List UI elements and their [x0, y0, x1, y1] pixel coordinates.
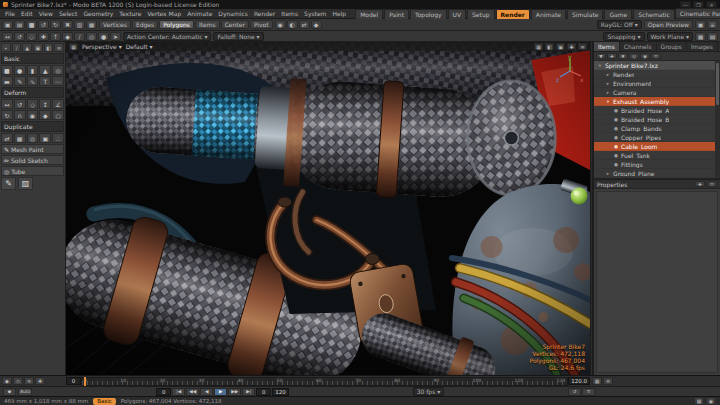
edge-tab-icon[interactable]: /	[12, 43, 22, 52]
viewport-3d-canvas[interactable]	[66, 42, 590, 375]
scale-tool-icon[interactable]: ◇	[26, 32, 37, 41]
close-button[interactable]: ✕	[706, 1, 717, 8]
tree-item[interactable]: ● Clamp_Bands	[594, 124, 715, 133]
sphere-tool-icon[interactable]: ●	[14, 65, 26, 75]
falloff-icon[interactable]: ◐	[287, 20, 298, 29]
expand-icon[interactable]: ●	[613, 108, 619, 113]
fps-combo[interactable]: 30 fps ▾	[413, 387, 445, 396]
range-icon[interactable]: ▦	[592, 377, 602, 385]
more-primitives-icon[interactable]: ⋯	[52, 76, 64, 86]
copy-icon[interactable]: ▥	[74, 20, 85, 29]
memory-status-icon[interactable]: ◉	[706, 397, 716, 405]
tree-item[interactable]: ● Cable_Loom	[594, 142, 715, 151]
tree-item[interactable]: ● Fittings	[594, 160, 715, 169]
layout-tab[interactable]: Simulate	[567, 9, 604, 19]
timeline-ruler[interactable]: 0102030405060708090100110120	[81, 377, 568, 386]
workplane-combo[interactable]: Work Plane ▾	[647, 32, 693, 41]
action-center-combo[interactable]: Action Center: Automatic ▾	[123, 32, 211, 41]
view-mode-combo[interactable]: Perspective ▾	[82, 43, 122, 50]
menu-item[interactable]: Animate	[184, 10, 215, 17]
tree-item[interactable]: ● Copper_Pipes	[594, 133, 715, 142]
active-material-badge[interactable]: Basic	[93, 398, 116, 405]
minimize-button[interactable]: —	[680, 1, 691, 8]
grid-toggle-icon[interactable]: ▦	[695, 32, 706, 41]
viewport-menu-icon[interactable]: ≡	[578, 43, 587, 50]
tree-item[interactable]: ▸ Environment	[594, 79, 715, 88]
range-start-field[interactable]: 0	[66, 377, 81, 385]
cut-icon[interactable]: ✖	[62, 20, 73, 29]
layout-tab[interactable]: Game	[604, 9, 632, 19]
properties-title[interactable]: Properties	[597, 181, 627, 188]
transport-range-start[interactable]: 0	[156, 388, 171, 396]
options-icon[interactable]: ≡	[707, 20, 718, 29]
extrude-tool-icon[interactable]: ↑	[50, 32, 61, 41]
render-camera-icon[interactable]: ▣	[695, 20, 706, 29]
symmetry-icon[interactable]: ⇄	[299, 20, 310, 29]
mesh-paint-button[interactable]: ✎Mesh Paint	[1, 144, 64, 154]
right-panel-tab[interactable]: Channels	[620, 42, 657, 51]
transport-range-end[interactable]: 120	[272, 388, 289, 396]
expand-icon[interactable]: ▸	[605, 90, 611, 95]
selection-mode-button[interactable]: Vertices	[99, 20, 131, 29]
new-scene-icon[interactable]: ▣	[2, 20, 13, 29]
rotate-deform-icon[interactable]: ↺	[14, 99, 26, 109]
array-tool-icon[interactable]: ▦	[14, 133, 26, 143]
layout-tab[interactable]: Topology	[410, 9, 447, 19]
camera-view-icon[interactable]: ▣	[556, 43, 565, 50]
rotate-tool-icon[interactable]: ↺	[14, 32, 25, 41]
material-tab-icon[interactable]: ◧	[44, 43, 54, 52]
go-end-button[interactable]: ▶|	[242, 388, 255, 396]
tree-scrollbar[interactable]	[715, 61, 720, 178]
right-panel-tab[interactable]: Images	[687, 42, 718, 51]
cylinder-tool-icon[interactable]: ▮	[27, 65, 39, 75]
menu-item[interactable]: File	[2, 10, 18, 17]
menu-item[interactable]: Texture	[116, 10, 144, 17]
menu-item[interactable]: Render	[251, 10, 278, 17]
twist-deform-icon[interactable]: ↻	[1, 110, 13, 120]
menu-item[interactable]: Edit	[18, 10, 36, 17]
falloff-combo[interactable]: Falloff: None ▾	[213, 32, 263, 41]
tree-item[interactable]: ▾ Sprinter Bike7.lxz	[594, 61, 715, 70]
center-selected-icon[interactable]: ✚	[567, 43, 576, 50]
timeline-menu-icon[interactable]: ≡	[603, 377, 613, 385]
pen-tool-icon[interactable]: ✎	[14, 76, 26, 86]
search-icon[interactable]: ◎	[629, 53, 639, 59]
selection-mode-button[interactable]: Edges	[132, 20, 158, 29]
layout-tab[interactable]: Schematic	[633, 9, 674, 19]
cube-tool-icon[interactable]: ■	[1, 65, 13, 75]
open-preview-button[interactable]: Open Preview	[644, 20, 693, 29]
raygl-combo[interactable]: RayGL: Off ▾	[597, 20, 642, 29]
menu-item[interactable]: Select	[56, 10, 81, 17]
mirror-tool-icon[interactable]: ⇄	[1, 133, 13, 143]
layout-tab[interactable]: Animate	[531, 9, 566, 19]
hud-toggle-icon[interactable]: ▤	[707, 32, 718, 41]
panel-menu-icon[interactable]: ≡	[707, 181, 717, 187]
slice-tool-icon[interactable]: /	[74, 32, 85, 41]
gear-icon[interactable]: ✚	[695, 181, 705, 187]
save-scene-icon[interactable]: ■	[26, 20, 37, 29]
maximize-button[interactable]: ❐	[693, 1, 704, 8]
visibility-icon[interactable]: ◉	[640, 53, 650, 59]
move-deform-icon[interactable]: ↔	[1, 99, 13, 109]
vertex-tab-icon[interactable]: ∙	[1, 43, 11, 52]
prev-frame-button[interactable]: ◀	[200, 388, 213, 396]
delete-item-icon[interactable]: ✖	[618, 53, 628, 59]
menu-item[interactable]: Vertex Map	[144, 10, 184, 17]
shear-deform-icon[interactable]: ∠	[52, 99, 64, 109]
snapping-icon[interactable]: ◆	[311, 20, 322, 29]
tube-tool-button[interactable]: ◎Tube	[1, 166, 64, 176]
prev-key-button[interactable]: ◀◀	[186, 388, 199, 396]
menu-item[interactable]: Items	[278, 10, 301, 17]
shading-options-icon[interactable]: ◧	[545, 43, 554, 50]
new-item-icon[interactable]: ✚	[607, 53, 617, 59]
menu-item[interactable]: Dynamics	[215, 10, 251, 17]
expand-icon[interactable]: ▸	[605, 171, 611, 176]
viewport-layout-icon[interactable]: ▦	[69, 43, 78, 50]
layout-tab[interactable]: Model	[355, 9, 383, 19]
gl-status-icon[interactable]: ▦	[694, 397, 704, 405]
expand-icon[interactable]: ●	[613, 162, 619, 167]
tree-item[interactable]: ▸ Render	[594, 70, 715, 79]
paste-icon[interactable]: ▦	[86, 20, 97, 29]
autokey-icon[interactable]: ◇	[13, 377, 23, 385]
item-tab-icon[interactable]: ▣	[33, 43, 43, 52]
